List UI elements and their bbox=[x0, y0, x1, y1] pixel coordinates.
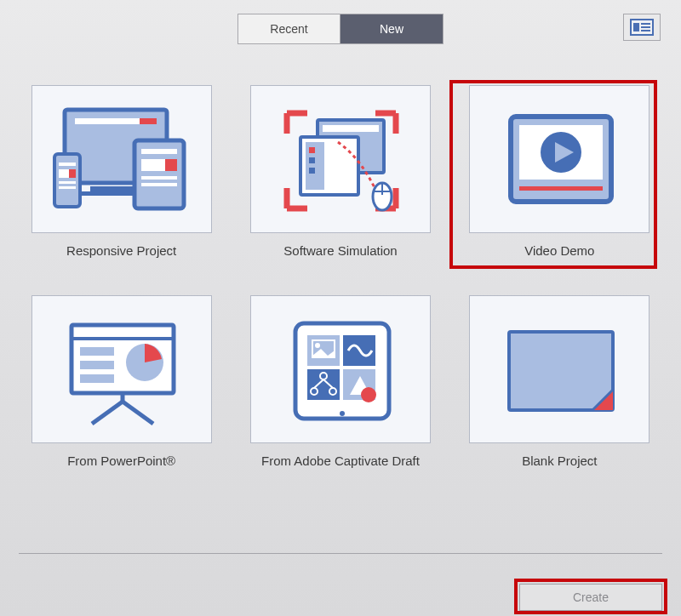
tile-software-simulation[interactable]: Software Simulation bbox=[246, 85, 434, 258]
tile-label: Video Demo bbox=[524, 243, 594, 258]
svg-rect-7 bbox=[140, 118, 157, 124]
project-type-grid: Responsive Project bbox=[0, 85, 681, 468]
responsive-project-icon bbox=[31, 85, 212, 233]
create-button[interactable]: Create bbox=[519, 584, 662, 611]
svg-rect-44 bbox=[80, 374, 114, 383]
svg-rect-43 bbox=[80, 361, 114, 369]
divider bbox=[19, 553, 662, 554]
tile-blank-project[interactable]: Blank Project bbox=[466, 295, 654, 468]
blank-project-icon bbox=[469, 295, 650, 443]
from-captivate-draft-icon bbox=[250, 295, 431, 443]
footer: Create bbox=[519, 584, 662, 611]
tab-segment: Recent New bbox=[237, 14, 444, 44]
software-simulation-icon bbox=[250, 85, 431, 233]
svg-rect-27 bbox=[309, 157, 315, 163]
svg-line-48 bbox=[123, 402, 153, 424]
svg-rect-11 bbox=[141, 149, 177, 154]
svg-rect-3 bbox=[641, 26, 650, 28]
tile-label: From Adobe Captivate Draft bbox=[261, 453, 420, 468]
tile-label: Responsive Project bbox=[66, 243, 176, 258]
view-mode-toggle[interactable] bbox=[623, 14, 661, 41]
svg-rect-28 bbox=[309, 168, 315, 174]
svg-rect-2 bbox=[641, 23, 650, 25]
svg-rect-13 bbox=[165, 159, 177, 171]
svg-line-47 bbox=[92, 402, 123, 424]
tile-from-captivate-draft[interactable]: From Adobe Captivate Draft bbox=[246, 295, 434, 468]
svg-rect-39 bbox=[519, 186, 569, 191]
tile-label: From PowerPoint® bbox=[67, 453, 175, 468]
tile-responsive-project[interactable]: Responsive Project bbox=[27, 85, 215, 258]
svg-rect-26 bbox=[309, 147, 315, 153]
svg-rect-42 bbox=[80, 347, 114, 356]
tile-video-demo[interactable]: Video Demo bbox=[466, 85, 654, 258]
tab-recent[interactable]: Recent bbox=[238, 14, 340, 43]
svg-rect-20 bbox=[59, 181, 76, 184]
tab-new[interactable]: New bbox=[340, 14, 443, 43]
tile-label: Software Simulation bbox=[283, 243, 397, 258]
svg-rect-23 bbox=[323, 125, 379, 132]
list-view-icon bbox=[630, 19, 654, 36]
svg-rect-14 bbox=[141, 176, 177, 180]
from-powerpoint-icon bbox=[31, 295, 212, 443]
tile-label: Blank Project bbox=[522, 453, 597, 468]
svg-rect-19 bbox=[69, 169, 76, 178]
tile-from-powerpoint[interactable]: From PowerPoint® bbox=[27, 295, 215, 468]
top-bar: Recent New bbox=[0, 0, 681, 44]
svg-rect-1 bbox=[633, 23, 639, 31]
svg-rect-21 bbox=[59, 186, 76, 189]
svg-point-62 bbox=[361, 387, 376, 402]
svg-rect-53 bbox=[307, 369, 340, 400]
svg-rect-63 bbox=[509, 332, 613, 410]
svg-point-50 bbox=[340, 411, 345, 416]
svg-rect-16 bbox=[54, 154, 80, 207]
svg-rect-4 bbox=[641, 30, 650, 31]
svg-rect-15 bbox=[141, 183, 177, 186]
svg-rect-17 bbox=[59, 163, 76, 166]
svg-point-56 bbox=[315, 343, 320, 348]
video-demo-icon bbox=[469, 85, 650, 233]
